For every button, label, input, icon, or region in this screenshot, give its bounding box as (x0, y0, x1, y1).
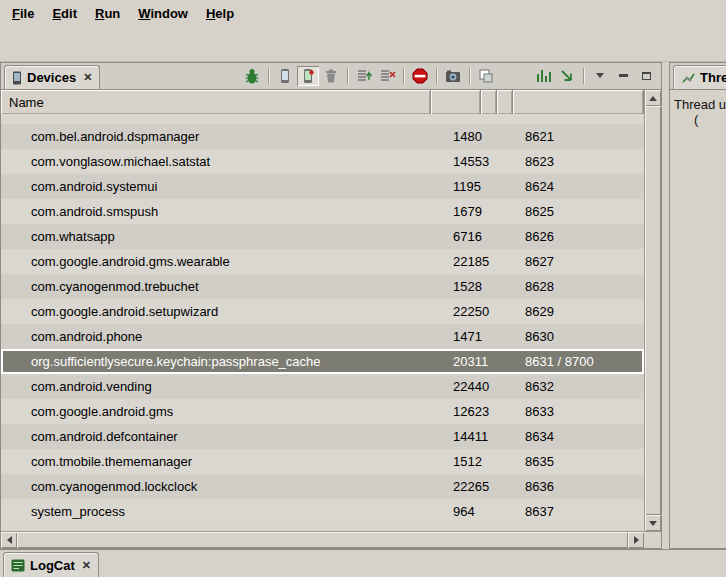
row-spacer (1, 114, 644, 124)
close-icon[interactable]: ✕ (83, 72, 92, 83)
scroll-left-button[interactable] (1, 532, 17, 548)
menu-run[interactable]: Run (86, 2, 129, 25)
tab-devices[interactable]: Devices ✕ (4, 65, 100, 89)
table-row[interactable]: com.bel.android.dspmanager 1480 8621 (1, 124, 644, 149)
process-name: com.android.vending (1, 379, 431, 394)
table-row[interactable]: com.cyanogenmod.lockclock 22265 8636 (1, 474, 644, 499)
vertical-scroll-thumb[interactable] (645, 106, 661, 515)
process-port: 8632 (525, 379, 554, 394)
table-row[interactable]: com.google.android.gms.wearable 22185 86… (1, 249, 644, 274)
table-row[interactable]: com.whatsapp 6716 8626 (1, 224, 644, 249)
arrow-left-icon (7, 536, 12, 544)
process-name: system_process (1, 504, 431, 519)
menubar: File Edit Run Window Help (0, 0, 726, 26)
table-row[interactable]: com.tmobile.thememanager 1512 8635 (1, 449, 644, 474)
process-port: 8627 (525, 254, 554, 269)
pane-sash[interactable] (662, 62, 669, 549)
scroll-right-button[interactable] (628, 532, 644, 548)
table-row[interactable]: com.android.vending 22440 8632 (1, 374, 644, 399)
table-row[interactable]: system_process 964 8637 (1, 499, 644, 524)
column-header-pid[interactable] (431, 90, 481, 114)
horizontal-scroll-thumb[interactable] (17, 532, 628, 548)
stop-process-button[interactable] (409, 66, 431, 86)
dump-view-hierarchy-button[interactable] (475, 66, 497, 86)
threads-message: Thread up ( (670, 90, 726, 548)
debug-process-button[interactable] (241, 66, 263, 86)
process-port: 8637 (525, 504, 554, 519)
process-pid: 1480 (453, 129, 482, 144)
update-threads-button[interactable] (353, 66, 375, 86)
menu-file[interactable]: File (3, 2, 43, 25)
process-port: 8628 (525, 279, 554, 294)
table-row[interactable]: com.android.phone 1471 8630 (1, 324, 644, 349)
process-pid: 964 (453, 504, 475, 519)
scroll-up-button[interactable] (645, 90, 661, 106)
cause-gc-icon (322, 67, 340, 85)
dump-hprof-button[interactable] (297, 66, 319, 86)
network-statistics-icon (558, 67, 576, 85)
process-pid: 14553 (453, 154, 489, 169)
process-list: com.bel.android.dspmanager 1480 8621 com… (1, 114, 644, 531)
table-row[interactable]: com.vonglasow.michael.satstat 14553 8623 (1, 149, 644, 174)
column-header-port[interactable] (513, 90, 644, 114)
table-row[interactable]: com.android.defcontainer 14411 8634 (1, 424, 644, 449)
table-row[interactable]: com.google.android.setupwizard 22250 862… (1, 299, 644, 324)
process-port: 8630 (525, 329, 554, 344)
threads-tabbar: Threads (670, 63, 726, 90)
view-menu-button[interactable] (589, 66, 611, 86)
column-header-name[interactable]: Name (1, 90, 431, 114)
table-row[interactable]: com.google.android.gms 12623 8633 (1, 399, 644, 424)
menu-help[interactable]: Help (197, 2, 243, 25)
maximize-view-button[interactable] (635, 66, 657, 86)
table-row-selected[interactable]: org.sufficientlysecure.keychain:passphra… (1, 349, 644, 374)
process-name: com.whatsapp (1, 229, 431, 244)
device-icon (12, 71, 22, 85)
threads-view: Threads Thread up ( (669, 62, 726, 549)
update-heap-button[interactable] (274, 66, 296, 86)
toolbar-separator (469, 68, 470, 84)
process-port: 8635 (525, 454, 554, 469)
main-toolbar-strip (0, 26, 726, 62)
vertical-scrollbar[interactable] (644, 90, 661, 531)
network-statistics-button[interactable] (556, 66, 578, 86)
process-pid: 22250 (453, 304, 489, 319)
column-header-a[interactable] (481, 90, 497, 114)
start-method-profiling-button[interactable] (533, 66, 555, 86)
minimize-view-button[interactable] (612, 66, 634, 86)
column-header-name-label: Name (9, 95, 44, 110)
chevron-down-icon (596, 73, 604, 82)
close-icon[interactable]: ✕ (82, 560, 91, 571)
screen-capture-button[interactable] (442, 66, 464, 86)
table-header: Name (1, 90, 644, 114)
stop-threads-button[interactable] (376, 66, 398, 86)
cause-gc-button[interactable] (320, 66, 342, 86)
devices-tabbar: Devices ✕ (1, 63, 661, 90)
process-name: com.google.android.setupwizard (1, 304, 431, 319)
tab-logcat-label: LogCat (30, 558, 75, 573)
process-pid: 14411 (453, 429, 488, 444)
process-name: com.android.systemui (1, 179, 431, 194)
tab-devices-label: Devices (27, 70, 76, 85)
update-heap-icon (276, 67, 294, 85)
process-name: com.google.android.gms.wearable (1, 254, 431, 269)
scrollbar-corner (644, 532, 661, 548)
process-name: com.bel.android.dspmanager (1, 129, 431, 144)
table-row[interactable]: com.android.systemui 1195 8624 (1, 174, 644, 199)
process-pid: 22185 (453, 254, 489, 269)
process-port: 8621 (525, 129, 554, 144)
table-row[interactable]: com.android.smspush 1679 8625 (1, 199, 644, 224)
column-header-b[interactable] (497, 90, 513, 114)
process-pid: 22440 (453, 379, 489, 394)
process-pid: 1512 (453, 454, 482, 469)
tab-threads[interactable]: Threads (673, 65, 726, 89)
dump-hprof-icon (299, 67, 317, 85)
menu-edit[interactable]: Edit (43, 2, 86, 25)
scroll-down-button[interactable] (645, 515, 661, 531)
toolbar-separator (583, 68, 584, 84)
tab-logcat[interactable]: LogCat ✕ (3, 552, 99, 577)
menu-window[interactable]: Window (129, 2, 197, 25)
table-row[interactable]: com.cyanogenmod.trebuchet 1528 8628 (1, 274, 644, 299)
process-name: com.android.phone (1, 329, 431, 344)
horizontal-scrollbar[interactable] (1, 531, 661, 548)
stop-threads-icon (378, 67, 396, 85)
